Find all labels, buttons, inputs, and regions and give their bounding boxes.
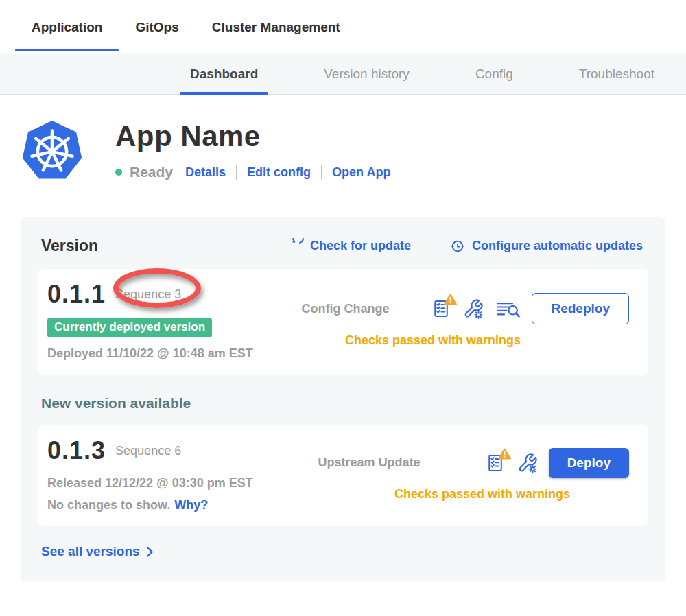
current-version-number: 0.1.1 [47,280,106,309]
app-info: App Name Ready Details Edit config Open … [115,117,390,186]
available-version-icons [486,453,538,473]
edit-config-wrench-icon[interactable] [463,298,484,319]
current-version-checks-status: Checks passed with warnings [345,333,521,348]
available-version-source: Upstream Update [318,455,421,470]
deploy-button[interactable]: Deploy [549,448,629,478]
edit-config-link[interactable]: Edit config [247,165,311,180]
available-version-number: 0.1.3 [47,436,106,465]
tab-application[interactable]: Application [15,0,119,54]
current-version-source: Config Change [301,302,389,316]
no-changes-label: No changes to show. [47,498,170,512]
available-version-card: 0.1.3 Sequence 6 Released 12/12/22 @ 03:… [38,425,648,526]
edit-config-wrench-icon[interactable] [517,453,538,473]
primary-nav: Application GitOps Cluster Management [0,0,686,54]
available-version-actions: Upstream Update [289,436,629,512]
app-status-row: Ready Details Edit config Open App [115,164,390,180]
currently-deployed-badge: Currently deployed version [47,318,212,337]
chevron-right-icon [146,547,154,557]
tab-config[interactable]: Config [465,54,523,94]
available-version-checks-status: Checks passed with warnings [394,487,570,501]
version-panel-title: Version [41,237,98,255]
why-link[interactable]: Why? [174,498,208,512]
tab-version-history[interactable]: Version history [314,54,420,94]
available-version-sequence: Sequence 6 [115,444,181,458]
new-version-available-heading: New version available [41,395,648,412]
version-panel: Version Check for update [21,217,665,582]
tab-troubleshoot[interactable]: Troubleshoot [569,54,665,94]
current-version-actions: Config Change [289,280,629,361]
available-version-action-row: Upstream Update [289,448,629,478]
current-version-sequence: Sequence 3 [115,287,181,302]
changes-note-row: No changes to show.Why? [47,498,289,512]
status-label: Ready [130,164,173,180]
current-version-row: 0.1.1 Sequence 3 [47,280,289,309]
refresh-icon [288,238,304,254]
version-panel-header: Version Check for update [38,237,648,255]
divider [236,165,237,180]
preflight-checks-warning-icon[interactable] [431,299,451,318]
released-timestamp: Released 12/12/22 @ 03:30 pm EST [47,476,289,490]
current-version-card: 0.1.1 Sequence 3 Currently deployed vers… [38,269,648,375]
view-diff-icon[interactable] [496,299,521,319]
tab-cluster-management[interactable]: Cluster Management [196,0,357,54]
page-title: App Name [115,120,390,153]
deployed-timestamp: Deployed 11/10/22 @ 10:48 am EST [47,346,289,361]
warning-triangle-icon [498,448,511,460]
version-panel-actions: Check for update Configure automatic upd… [288,238,643,254]
tab-dashboard[interactable]: Dashboard [180,54,268,94]
redeploy-button[interactable]: Redeploy [532,293,629,324]
preflight-checks-warning-icon[interactable] [486,453,505,473]
current-version-info: 0.1.1 Sequence 3 Currently deployed vers… [47,280,289,361]
warning-triangle-icon [444,294,457,305]
current-version-icons [431,298,521,319]
app-header: App Name Ready Details Edit config Open … [21,117,686,186]
details-link[interactable]: Details [185,165,226,180]
open-app-link[interactable]: Open App [332,165,390,180]
check-for-update-label: Check for update [310,239,411,253]
kubernetes-logo-icon [21,117,84,186]
tab-gitops[interactable]: GitOps [119,0,195,54]
see-all-versions-label: See all versions [41,544,140,559]
divider [321,165,322,180]
see-all-versions-link[interactable]: See all versions [41,544,154,559]
available-version-info: 0.1.3 Sequence 6 Released 12/12/22 @ 03:… [47,436,289,512]
configure-automatic-updates-label: Configure automatic updates [472,239,643,253]
secondary-nav: Dashboard Version history Config Trouble… [0,54,686,95]
configure-automatic-updates-link[interactable]: Configure automatic updates [449,238,643,254]
status-dot-icon [115,169,122,176]
auto-update-clock-icon [449,238,466,254]
current-version-action-row: Config Change [289,293,629,324]
check-for-update-link[interactable]: Check for update [288,238,411,254]
available-version-row: 0.1.3 Sequence 6 [47,436,289,465]
